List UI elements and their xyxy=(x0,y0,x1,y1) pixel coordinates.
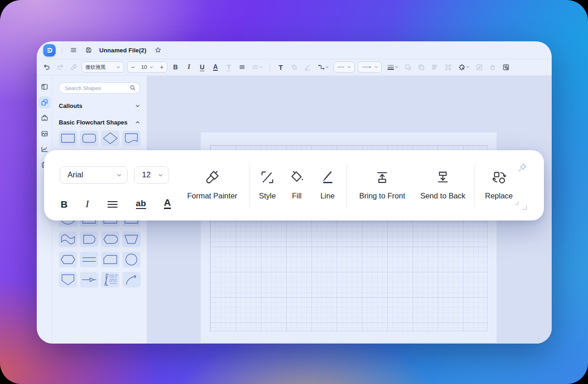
shape-search xyxy=(59,82,140,94)
chevron-up-icon xyxy=(135,120,140,125)
lock-icon[interactable] xyxy=(487,62,498,72)
section-header-basic-flowchart[interactable]: Basic Flowchart Shapes xyxy=(59,116,140,129)
chevron-down-icon xyxy=(116,65,120,69)
favorite-star-button[interactable] xyxy=(153,45,164,56)
context-divider xyxy=(346,164,347,207)
shape-arc[interactable] xyxy=(122,272,141,288)
shape-text-block[interactable]: Drag the side handles to change the widt… xyxy=(101,272,119,288)
main-toolbar: 微软雅黑 − 10 + B I U A T xyxy=(37,59,552,75)
shape-document[interactable] xyxy=(122,130,141,146)
line-spacing-dropdown-icon[interactable] xyxy=(250,62,264,72)
bring-forward-icon[interactable] xyxy=(403,62,413,72)
toolbar-divider xyxy=(270,63,270,71)
bold-button[interactable]: B xyxy=(61,199,68,209)
screen: Unnamed File(2) 微软雅黑 − 10 xyxy=(0,0,588,384)
font-family-value: 微软雅黑 xyxy=(85,64,106,71)
send-to-back-icon xyxy=(435,169,451,186)
underline-button[interactable]: U xyxy=(197,62,207,72)
rename-edit-icon[interactable] xyxy=(474,62,484,72)
shape-rounded-rectangle[interactable] xyxy=(80,130,98,146)
replace-button[interactable]: Replace xyxy=(476,169,522,200)
font-size-value: 12 xyxy=(142,170,151,180)
chevron-down-icon xyxy=(374,65,378,69)
line-style-dropdown[interactable] xyxy=(334,62,355,73)
format-painter-button[interactable]: Format Painter xyxy=(175,169,249,200)
style-button[interactable]: Style xyxy=(251,169,284,200)
sidebar-item-pictures[interactable] xyxy=(39,128,51,140)
shape-card[interactable] xyxy=(101,252,119,267)
pin-toolbar-icon[interactable] xyxy=(517,163,527,175)
font-size-select[interactable]: 12 xyxy=(134,166,169,184)
font-size-value: 10 xyxy=(141,64,147,70)
find-replace-panel-icon[interactable] xyxy=(501,62,511,72)
shape-display[interactable] xyxy=(101,232,119,247)
chevron-down-icon xyxy=(347,65,351,69)
fit-selection-icon[interactable] xyxy=(443,62,453,72)
italic-button[interactable]: I xyxy=(184,62,194,72)
font-size-increase-button[interactable]: + xyxy=(157,62,167,72)
align-objects-icon[interactable] xyxy=(430,62,440,72)
align-text-icon[interactable] xyxy=(237,62,247,72)
fill-button[interactable]: Fill xyxy=(282,169,311,200)
format-painter-icon[interactable] xyxy=(68,62,79,72)
send-to-back-button[interactable]: Send to Back xyxy=(411,169,475,200)
shape-paper-tape[interactable] xyxy=(59,232,77,247)
titlebar-divider xyxy=(62,47,62,54)
shape-trapezoid[interactable] xyxy=(122,232,141,247)
title-bar: Unnamed File(2) xyxy=(37,41,552,59)
font-family-value: Arial xyxy=(68,170,83,180)
main-menu-button[interactable] xyxy=(68,45,79,56)
line-button[interactable]: Line xyxy=(312,169,343,200)
redo-icon[interactable] xyxy=(55,62,65,72)
section-label: Basic Flowchart Shapes xyxy=(59,119,128,126)
shape-delay[interactable] xyxy=(80,232,98,247)
effects-dropdown-icon[interactable] xyxy=(456,62,471,72)
font-size-decrease-button[interactable]: − xyxy=(128,62,138,72)
connector-style-dropdown-icon[interactable] xyxy=(316,62,330,72)
duplicate-icon[interactable] xyxy=(416,62,426,72)
sidebar-item-templates[interactable] xyxy=(39,81,51,93)
bring-to-front-button[interactable]: Bring to Front xyxy=(350,169,414,200)
line-weight-dropdown-icon[interactable] xyxy=(385,62,400,72)
arrow-style-dropdown[interactable] xyxy=(358,62,382,73)
style-icon xyxy=(259,169,276,186)
shape-search-input[interactable] xyxy=(59,82,140,94)
chevron-down-icon xyxy=(149,65,153,69)
font-family-select[interactable]: Arial xyxy=(60,166,128,184)
font-size-stepper: − 10 + xyxy=(127,62,167,73)
sidebar-item-toolbox[interactable] xyxy=(39,112,51,124)
section-header-callouts[interactable]: Callouts xyxy=(59,99,140,112)
font-color-button[interactable]: A xyxy=(164,198,171,209)
underline-button[interactable]: ab xyxy=(136,199,146,209)
sidebar-item-shapes[interactable] xyxy=(39,96,51,108)
line-pen-icon[interactable] xyxy=(302,62,312,72)
fill-bucket-icon[interactable] xyxy=(289,62,299,72)
resize-corner-icon[interactable] xyxy=(514,201,530,213)
format-row: B I ab A xyxy=(61,193,171,209)
shape-arrow-line[interactable] xyxy=(80,272,98,288)
search-icon xyxy=(130,85,136,93)
shape-rectangle[interactable] xyxy=(59,130,77,146)
text-block-hint: Drag the side handles to change the widt… xyxy=(107,274,119,284)
strikethrough-button[interactable]: T xyxy=(224,62,234,72)
font-family-dropdown[interactable]: 微软雅黑 xyxy=(82,62,124,73)
shape-parallel-lines[interactable] xyxy=(80,252,98,267)
shape-off-page-connector[interactable] xyxy=(59,272,77,288)
align-button[interactable] xyxy=(107,200,118,209)
chevron-down-icon xyxy=(117,173,122,178)
text-tool-button[interactable]: T xyxy=(276,62,286,72)
chevron-down-icon xyxy=(135,103,140,108)
italic-button[interactable]: I xyxy=(85,199,89,209)
undo-icon[interactable] xyxy=(42,62,52,72)
bold-button[interactable]: B xyxy=(170,62,181,72)
replace-icon xyxy=(491,169,507,186)
shape-hexagon[interactable] xyxy=(59,252,77,267)
chevron-down-icon xyxy=(158,173,163,178)
save-button[interactable] xyxy=(83,45,94,56)
font-color-button[interactable]: A xyxy=(210,62,220,72)
app-logo-icon[interactable] xyxy=(43,44,56,56)
font-size-dropdown[interactable]: 10 xyxy=(138,62,157,72)
shape-decision[interactable] xyxy=(101,130,119,146)
floating-format-toolbar: Arial 12 B I ab A Format Painter xyxy=(44,150,544,220)
shape-circle[interactable] xyxy=(122,252,141,267)
